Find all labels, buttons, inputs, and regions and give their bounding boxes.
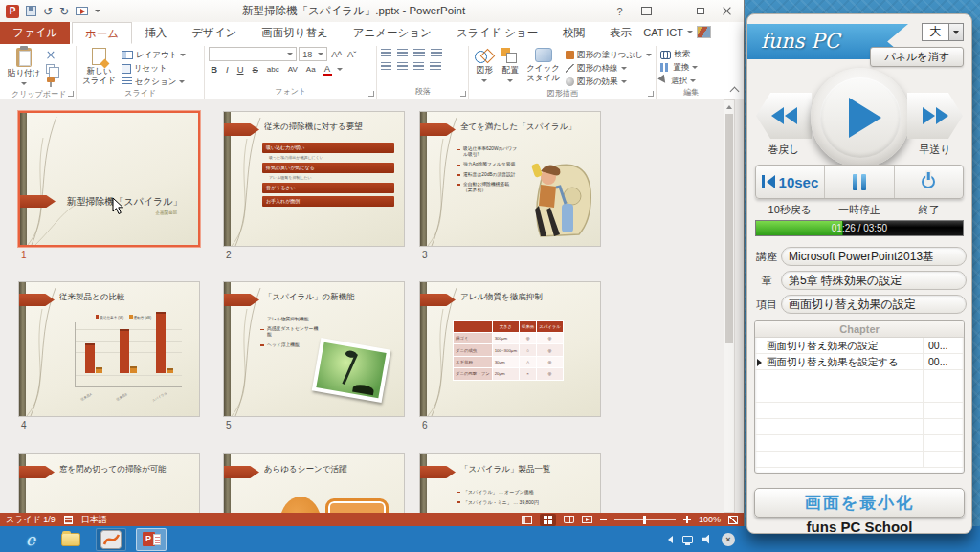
- help-button[interactable]: ?: [607, 2, 633, 20]
- slide-thumbnail-7[interactable]: 窓を閉め切っての掃除が可能: [18, 453, 202, 513]
- line-spacing-icon[interactable]: [431, 49, 442, 57]
- format-painter-button[interactable]: [46, 76, 56, 88]
- tab-transitions[interactable]: 画面切り替え: [249, 22, 341, 44]
- dialog-launcher-icon[interactable]: [68, 91, 74, 97]
- redo-icon[interactable]: ↻: [59, 6, 69, 17]
- slide-thumbnail-5[interactable]: 「スパイラル」の新機能 アレル物質抑制機能 高感度ダストセンサー機能 ヘッド浮上…: [223, 281, 407, 431]
- fast-forward-button[interactable]: [907, 93, 963, 139]
- powerpoint-app-icon[interactable]: P: [6, 5, 19, 18]
- minimize-button[interactable]: [660, 2, 686, 20]
- taskbar-funs-app[interactable]: [96, 528, 126, 551]
- quick-styles-button[interactable]: クイック スタイル: [524, 47, 562, 83]
- paste-button[interactable]: 貼り付け: [6, 47, 42, 89]
- progress-bar[interactable]: 01:26 / 03:50: [755, 220, 964, 236]
- layout-button[interactable]: レイアウト: [122, 49, 187, 61]
- back-10sec-button[interactable]: 10sec: [756, 166, 825, 198]
- chevron-down-icon[interactable]: [948, 24, 963, 40]
- tab-review[interactable]: 校閲: [550, 22, 597, 44]
- account-menu[interactable]: CAT ICT: [643, 26, 711, 38]
- dialog-launcher-icon[interactable]: [368, 91, 374, 97]
- reading-view-button[interactable]: [564, 516, 574, 523]
- taskbar-file-explorer[interactable]: [56, 528, 86, 551]
- bold-button[interactable]: B: [209, 64, 219, 75]
- tab-design[interactable]: デザイン: [179, 22, 249, 44]
- section-button[interactable]: セクション: [122, 76, 187, 88]
- tab-file[interactable]: ファイル: [0, 22, 70, 44]
- shape-outline-button[interactable]: 図形の枠線: [566, 62, 652, 75]
- network-icon[interactable]: [682, 536, 693, 543]
- shrink-font-button[interactable]: Aˇ: [345, 49, 359, 59]
- slide-thumbnail-6[interactable]: アレル物質を徹底抑制 大きさ 従来品 スパイラル 綿ゴミ300μm ◎◎: [419, 281, 603, 431]
- pause-button[interactable]: [825, 166, 894, 198]
- scrollbar-thumb[interactable]: [725, 114, 733, 343]
- slide-thumbnail-4[interactable]: 従来製品との比較 吸込仕事率 (W) 運転音 (dB): [18, 281, 202, 431]
- replace-button[interactable]: 置換: [660, 61, 698, 74]
- shapes-button[interactable]: 図形: [473, 47, 496, 86]
- tab-slideshow[interactable]: スライド ショー: [444, 22, 550, 44]
- text-shadow-button[interactable]: abc: [265, 65, 281, 74]
- slide-sorter-view-button[interactable]: [540, 514, 556, 526]
- character-spacing-button[interactable]: AV: [286, 65, 300, 74]
- font-size-combo[interactable]: 18: [299, 47, 327, 61]
- tab-view[interactable]: 表示: [597, 22, 644, 44]
- find-button[interactable]: 検索: [660, 48, 690, 60]
- restore-button[interactable]: [687, 2, 713, 20]
- rewind-button[interactable]: [756, 93, 812, 139]
- minimize-screen-button[interactable]: 画面を最小化: [754, 488, 965, 518]
- font-name-combo[interactable]: [209, 47, 297, 61]
- change-case-button[interactable]: Aa: [304, 65, 318, 74]
- align-right-icon[interactable]: [413, 62, 424, 71]
- cut-button[interactable]: [46, 49, 56, 61]
- zoom-level[interactable]: 100%: [699, 515, 721, 524]
- slide-thumbnail-1[interactable]: 新型掃除機「スパイラル」 企画開発部 1: [18, 111, 202, 260]
- zoom-slider-thumb[interactable]: [643, 516, 646, 524]
- start-slideshow-icon[interactable]: [76, 7, 88, 15]
- grow-font-button[interactable]: A^: [329, 49, 344, 59]
- tab-home[interactable]: ホーム: [72, 22, 132, 44]
- slide-thumbnail-8[interactable]: あらゆるシーンで活躍 一般家庭用: [223, 453, 407, 513]
- reset-button[interactable]: リセット: [122, 62, 187, 75]
- collapse-ribbon-icon[interactable]: [730, 87, 740, 97]
- bullets-icon[interactable]: [381, 49, 391, 57]
- slide-thumbnail-3[interactable]: 全てを満たした「スパイラル」 吸込仕事率620Wのパワフル吸引!! 強力Ag除菌…: [419, 111, 603, 260]
- tab-animations[interactable]: アニメーション: [341, 22, 444, 44]
- columns-icon[interactable]: [430, 62, 441, 71]
- slide-thumbnail-2[interactable]: 従来の掃除機に対する要望 吸い込む力が弱い 吸った埃の排出が確認しにくい 排気の…: [223, 111, 407, 260]
- italic-button[interactable]: I: [224, 64, 231, 75]
- numbering-icon[interactable]: [397, 49, 408, 57]
- slideshow-view-button[interactable]: [582, 516, 592, 523]
- language-indicator[interactable]: 日本語: [81, 514, 107, 526]
- zoom-slider[interactable]: [614, 519, 676, 519]
- tab-insert[interactable]: 挿入: [132, 22, 179, 44]
- normal-view-button[interactable]: [522, 516, 532, 524]
- hide-panel-button[interactable]: パネルを消す: [870, 47, 964, 67]
- dialog-launcher-icon[interactable]: [460, 91, 466, 97]
- undo-icon[interactable]: ↺: [43, 6, 53, 17]
- notes-icon[interactable]: [64, 516, 73, 524]
- close-button[interactable]: [714, 2, 740, 20]
- chapter-row[interactable]: 画面切り替え効果の設定 00...: [755, 338, 964, 354]
- scroll-up-icon[interactable]: [724, 100, 734, 112]
- indent-decrease-icon[interactable]: [413, 49, 425, 57]
- align-left-icon[interactable]: [381, 62, 391, 71]
- shape-effects-button[interactable]: 図形の効果: [566, 76, 652, 88]
- fit-to-window-button[interactable]: [728, 516, 738, 524]
- underline-button[interactable]: U: [235, 64, 246, 75]
- align-center-icon[interactable]: [397, 62, 408, 71]
- vertical-scrollbar[interactable]: [724, 99, 735, 513]
- save-icon[interactable]: [26, 6, 36, 16]
- stop-button[interactable]: [895, 166, 963, 198]
- copy-button[interactable]: [46, 62, 56, 75]
- shape-fill-button[interactable]: 図形の塗りつぶし: [566, 49, 652, 61]
- taskbar-internet-explorer[interactable]: e: [15, 528, 46, 551]
- play-button[interactable]: [811, 68, 910, 167]
- taskbar-powerpoint[interactable]: P: [136, 528, 167, 551]
- ribbon-display-options-button[interactable]: [634, 2, 659, 20]
- zoom-out-button[interactable]: [600, 519, 607, 519]
- new-slide-button[interactable]: 新しい スライド: [80, 47, 118, 86]
- arrange-button[interactable]: 配置: [500, 47, 521, 86]
- volume-icon[interactable]: [702, 535, 712, 544]
- slide-thumbnail-9[interactable]: 「スパイラル」製品一覧 「スパイラル」 … オープン価格 「スパイラル・ミニ」 …: [419, 453, 603, 513]
- panel-size-select[interactable]: 大: [922, 23, 964, 41]
- select-button[interactable]: 選択: [660, 75, 696, 87]
